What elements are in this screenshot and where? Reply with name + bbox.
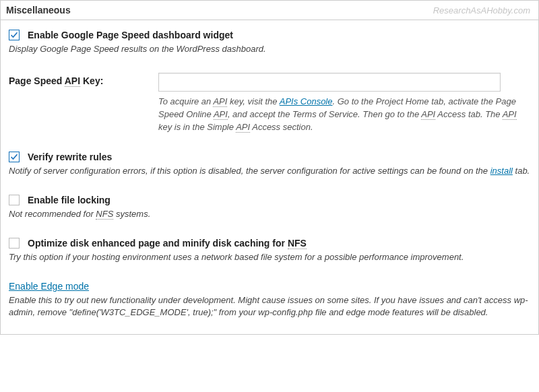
option-verify-rewrite: Verify rewrite rules Notify of server co… [9,152,530,177]
panel-header: Miscellaneous ResearchAsAHobby.com [1,1,538,20]
checkbox-verify-rewrite[interactable] [9,152,20,162]
misc-panel: Miscellaneous ResearchAsAHobby.com Enabl… [0,0,539,335]
abbr-api: API [421,109,435,120]
input-api-key[interactable] [158,73,501,92]
checkbox-optimize-nfs[interactable] [9,238,20,249]
option-edge-mode: Enable Edge mode Enable this to try out … [9,281,530,319]
api-key-body: To acquire an API key, visit the APIs Co… [158,73,530,134]
abbr-api: API [213,96,227,107]
abbr-api: API [503,109,517,120]
help-api-key: To acquire an API key, visit the APIs Co… [158,96,530,134]
link-install[interactable]: install [490,166,513,176]
abbr-nfs: NFS [288,238,307,249]
check-icon [10,153,18,161]
abbr-nfs: NFS [96,209,113,220]
label-verify-rewrite: Verify rewrite rules [28,152,112,162]
label-pagespeed-widget: Enable Google Page Speed dashboard widge… [28,30,233,40]
abbr-api: API [214,109,228,120]
watermark: ResearchAsAHobby.com [433,5,533,15]
option-pagespeed-widget: Enable Google Page Speed dashboard widge… [9,30,530,55]
label-api-key: Page Speed API Key: [9,73,158,86]
checkbox-file-locking[interactable] [9,195,20,205]
option-api-key: Page Speed API Key: To acquire an API ke… [9,73,530,134]
label-file-locking: Enable file locking [28,195,110,205]
desc-edge-mode: Enable this to try out new functionality… [9,294,530,319]
desc-file-locking: Not recommended for NFS systems. [9,208,530,220]
desc-pagespeed-widget: Display Google Page Speed results on the… [9,43,530,55]
link-apis-console[interactable]: APIs Console [280,96,333,106]
checkbox-pagespeed-widget[interactable] [9,30,20,40]
abbr-api: API [236,122,250,133]
link-edge-mode[interactable]: Enable Edge mode [9,281,89,292]
abbr-api: API [65,75,80,87]
label-optimize-nfs: Optimize disk enhanced page and minify d… [28,238,307,249]
desc-verify-rewrite: Notify of server configuration errors, i… [9,165,530,177]
panel-body: Enable Google Page Speed dashboard widge… [1,20,538,334]
check-icon [10,31,18,39]
option-file-locking: Enable file locking Not recommended for … [9,195,530,220]
desc-optimize-nfs: Try this option if your hosting environm… [9,251,530,263]
panel-title: Miscellaneous [6,5,71,15]
option-optimize-nfs: Optimize disk enhanced page and minify d… [9,238,530,263]
